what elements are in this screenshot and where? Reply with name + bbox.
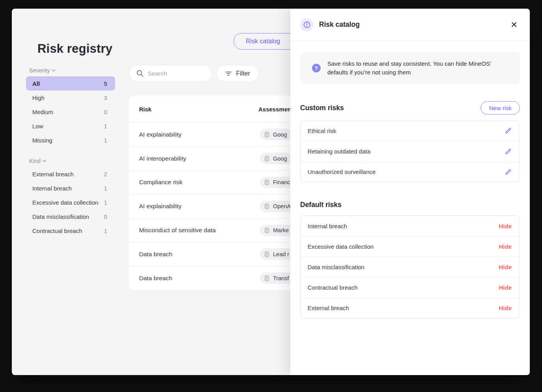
filter-button[interactable]: Filter: [216, 65, 259, 82]
new-risk-button[interactable]: New risk: [481, 101, 520, 115]
list-item: Contractual breach Hide: [301, 277, 520, 298]
severity-filter-high[interactable]: High 3: [26, 91, 115, 105]
search-input[interactable]: [148, 70, 203, 77]
assessment-label: Goog: [273, 131, 287, 138]
hide-button[interactable]: Hide: [499, 305, 512, 311]
filter-label: High: [32, 94, 45, 101]
custom-risk-label: Unauthorized surveillance: [308, 168, 376, 175]
custom-risks-title: Custom risks: [300, 104, 344, 112]
assessment-label: Financ: [273, 179, 290, 185]
hide-button[interactable]: Hide: [499, 284, 512, 291]
risk-cell: Compliance risk: [129, 179, 182, 186]
default-risk-label: Contractual breach: [308, 284, 358, 291]
filter-label: Medium: [32, 109, 53, 115]
panel-badge: [300, 18, 314, 31]
column-header-assessment: Assessment: [258, 106, 293, 113]
app-window: Risk registry Risk catalog Severity All …: [12, 9, 530, 375]
close-icon[interactable]: ✕: [508, 18, 520, 31]
hide-button[interactable]: Hide: [499, 223, 512, 229]
assessment-chip[interactable]: Lead r: [260, 248, 295, 260]
risk-catalog-panel: Risk catalog ✕ ? Save risks to reuse and…: [290, 9, 530, 375]
default-risk-label: External breach: [308, 305, 349, 311]
list-item: External breach Hide: [301, 298, 520, 318]
document-icon: [264, 155, 270, 162]
filter-count: 0: [104, 109, 107, 115]
panel-title: Risk catalog: [319, 20, 360, 29]
kind-filter-excessive-data-collection[interactable]: Excessive data collection 1: [26, 195, 115, 209]
filter-label: Internal breach: [32, 185, 72, 192]
kind-filter-data-misclassification[interactable]: Data misclassification 0: [26, 209, 115, 224]
filter-count: 0: [104, 213, 107, 220]
list-item: Data misclassification Hide: [301, 257, 520, 277]
custom-risk-label: Retaining outdated data: [308, 148, 370, 155]
document-icon: [264, 179, 270, 185]
risk-cell: Data breach: [129, 275, 172, 282]
severity-filter-low[interactable]: Low 1: [26, 119, 115, 133]
document-icon: [264, 275, 270, 281]
filter-count: 2: [104, 171, 107, 178]
hide-button[interactable]: Hide: [499, 243, 512, 250]
assessment-label: Goog: [273, 155, 287, 162]
filter-count: 5: [104, 80, 107, 87]
risk-cell: AI explainability: [129, 131, 182, 138]
risk-cell: AI interoperability: [129, 155, 186, 162]
assessment-chip[interactable]: Marke: [260, 225, 294, 236]
kind-label-text: Kind: [29, 158, 41, 164]
assessment-label: Transf: [273, 275, 289, 281]
search-icon: [136, 70, 144, 77]
filter-count: 1: [104, 227, 107, 234]
hide-button[interactable]: Hide: [499, 264, 512, 270]
filter-count: 3: [104, 94, 107, 101]
default-risks-title: Default risks: [300, 201, 342, 209]
assessment-chip[interactable]: Goog: [260, 129, 292, 140]
chevron-down-icon: [43, 160, 46, 162]
assessment-label: OpenA: [273, 203, 291, 209]
filter-count: 1: [104, 199, 107, 206]
default-risks-header: Default risks: [300, 200, 520, 210]
default-risk-label: Internal breach: [308, 223, 347, 229]
filter-label: External breach: [32, 171, 74, 178]
kind-filter-external-breach[interactable]: External breach 2: [26, 167, 115, 181]
filter-icon: [225, 70, 232, 77]
filter-label: Excessive data collection: [32, 199, 98, 206]
filter-count: 1: [104, 185, 107, 192]
kind-filter-internal-breach[interactable]: Internal breach 1: [26, 181, 115, 195]
list-item: Retaining outdated data: [301, 141, 520, 161]
default-risk-label: Excessive data collection: [308, 243, 374, 250]
list-item: Internal breach Hide: [301, 216, 520, 236]
kind-filter-label[interactable]: Kind: [26, 157, 115, 165]
filter-count: 1: [104, 137, 107, 144]
edit-icon[interactable]: [505, 148, 512, 155]
help-icon: ?: [312, 64, 321, 72]
severity-filter-missing[interactable]: Missing 1: [26, 133, 115, 147]
page-title: Risk registry: [37, 42, 112, 56]
severity-label-text: Severity: [29, 67, 50, 74]
column-header-risk: Risk: [129, 106, 152, 113]
filter-label: Data misclassification: [32, 213, 89, 220]
edit-icon[interactable]: [505, 127, 512, 134]
document-icon: [264, 203, 270, 209]
filter-label: All: [32, 80, 40, 87]
assessment-label: Marke: [273, 227, 289, 233]
severity-filter-medium[interactable]: Medium 0: [26, 105, 115, 119]
assessment-chip[interactable]: Goog: [260, 153, 292, 164]
edit-icon[interactable]: [505, 168, 512, 176]
assessment-label: Lead r: [273, 251, 289, 257]
info-text: Save risks to reuse and stay consistent.…: [327, 59, 512, 77]
default-risk-label: Data misclassification: [308, 264, 364, 270]
document-icon: [264, 131, 270, 138]
severity-filter-label[interactable]: Severity: [26, 66, 115, 75]
severity-filter-all[interactable]: All 5: [26, 76, 115, 91]
assessment-chip[interactable]: Transf: [260, 272, 295, 284]
kind-filter-group: Kind External breach 2 Internal breach 1…: [26, 157, 115, 238]
chevron-down-icon: [52, 69, 56, 72]
default-risks-list: Internal breach Hide Excessive data coll…: [300, 215, 520, 318]
custom-risk-label: Ethical risk: [308, 128, 336, 134]
risk-cell: Misconduct of sensitive data: [129, 227, 216, 234]
document-icon: [264, 227, 270, 233]
search-input-container: [129, 65, 212, 82]
custom-risks-list: Ethical risk Retaining outdated data Una…: [300, 120, 520, 182]
kind-filter-contractual-breach[interactable]: Contractual breach 1: [26, 224, 115, 238]
list-item: Excessive data collection Hide: [301, 236, 520, 257]
filter-button-label: Filter: [236, 70, 250, 77]
